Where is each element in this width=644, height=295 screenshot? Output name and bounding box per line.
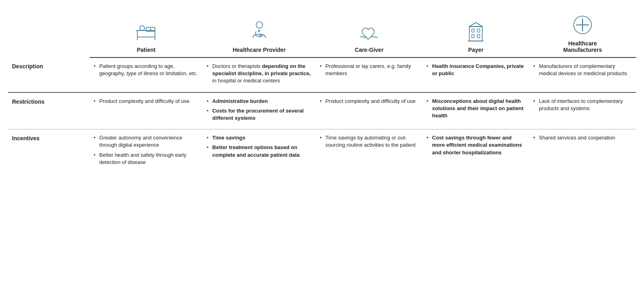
restrictions-patient: Product complexity and difficulty of use — [90, 92, 203, 129]
svg-rect-14 — [477, 29, 480, 32]
restrictions-label: Restrictions — [8, 92, 90, 129]
list-item: Greater autonomy and convenience through… — [94, 134, 199, 149]
list-item: Product complexity and difficulty of use — [320, 98, 418, 105]
patient-icon — [94, 19, 199, 43]
list-item: Better treatment options based on comple… — [207, 144, 312, 158]
svg-rect-12 — [469, 27, 482, 41]
incentives-label: Incentives — [8, 129, 90, 173]
col-header-caregiver: Care-Giver — [316, 8, 422, 57]
desc-payer: Health insurance Companies, private or p… — [422, 57, 529, 92]
restrictions-manufacturers: Lack of interfaces to complementary prod… — [529, 92, 636, 129]
list-item: Administrative burden — [207, 98, 312, 105]
list-item: Product complexity and difficulty of use — [94, 98, 199, 105]
provider-title: Healthcare Provider — [207, 47, 312, 53]
svg-point-2 — [140, 26, 145, 31]
incentives-caregiver: Time savings by automating or out-sourci… — [316, 129, 422, 173]
manufacturers-icon — [533, 13, 632, 37]
incentives-patient: Greater autonomy and convenience through… — [90, 129, 203, 173]
desc-caregiver: Professional or lay carers, e.g. family … — [316, 57, 422, 92]
col-header-manufacturers: HealthcareManufacturers — [529, 8, 636, 57]
restrictions-row: Restrictions Product complexity and diff… — [8, 92, 636, 129]
svg-rect-16 — [477, 35, 480, 38]
restrictions-payer: Misconceptions about digital health solu… — [422, 92, 529, 129]
empty-header — [8, 8, 90, 57]
svg-marker-18 — [469, 23, 482, 27]
restrictions-provider: Administrative burden Costs for the proc… — [203, 92, 316, 129]
description-label: Description — [8, 57, 90, 92]
caregiver-icon — [320, 19, 418, 43]
stakeholder-table: Patient Health — [8, 8, 636, 173]
svg-rect-15 — [472, 35, 474, 38]
list-item: Manufacturers of complementary medical d… — [533, 63, 632, 77]
desc-patient: Patient groups according to age, geograp… — [90, 57, 203, 92]
provider-icon — [207, 19, 312, 43]
list-item: Costs for the procurement of several dif… — [207, 107, 312, 122]
list-item: Lack of interfaces to complementary prod… — [533, 98, 632, 112]
caregiver-title: Care-Giver — [320, 47, 418, 53]
list-item: Time savings by automating or out-sourci… — [320, 134, 418, 149]
list-item: Cost savings through fewer and more effi… — [426, 134, 525, 156]
list-item: Health insurance Companies, private or p… — [426, 63, 525, 77]
list-item: Professional or lay carers, e.g. family … — [320, 63, 418, 77]
incentives-provider: Time savings Better treatment options ba… — [203, 129, 316, 173]
svg-point-8 — [256, 22, 263, 28]
incentives-manufacturers: Shared services and cooperation — [529, 129, 636, 173]
desc-manufacturers: Manufacturers of complementary medical d… — [529, 57, 636, 92]
list-item: Patient groups according to age, geograp… — [94, 63, 199, 77]
list-item: Misconceptions about digital health solu… — [426, 98, 525, 120]
col-header-patient: Patient — [90, 8, 203, 57]
payer-title: Payer — [426, 47, 525, 53]
restrictions-caregiver: Product complexity and difficulty of use — [316, 92, 422, 129]
manufacturers-title: HealthcareManufacturers — [533, 40, 632, 53]
list-item: Shared services and cooperation — [533, 134, 632, 141]
payer-icon — [426, 19, 525, 43]
col-header-provider: Healthcare Provider — [203, 8, 316, 57]
patient-title: Patient — [94, 47, 199, 53]
list-item: Time savings — [207, 134, 312, 141]
desc-provider: Doctors or therapists depending on the s… — [203, 57, 316, 92]
list-item: Doctors or therapists depending on the s… — [207, 63, 312, 85]
description-row: Description Patient groups according to … — [8, 57, 636, 92]
col-header-payer: Payer — [422, 8, 529, 57]
incentives-payer: Cost savings through fewer and more effi… — [422, 129, 529, 173]
incentives-row: Incentives Greater autonomy and convenie… — [8, 129, 636, 173]
svg-rect-13 — [472, 29, 474, 32]
header-row: Patient Health — [8, 8, 636, 57]
list-item: Better health and safety through early d… — [94, 152, 199, 166]
